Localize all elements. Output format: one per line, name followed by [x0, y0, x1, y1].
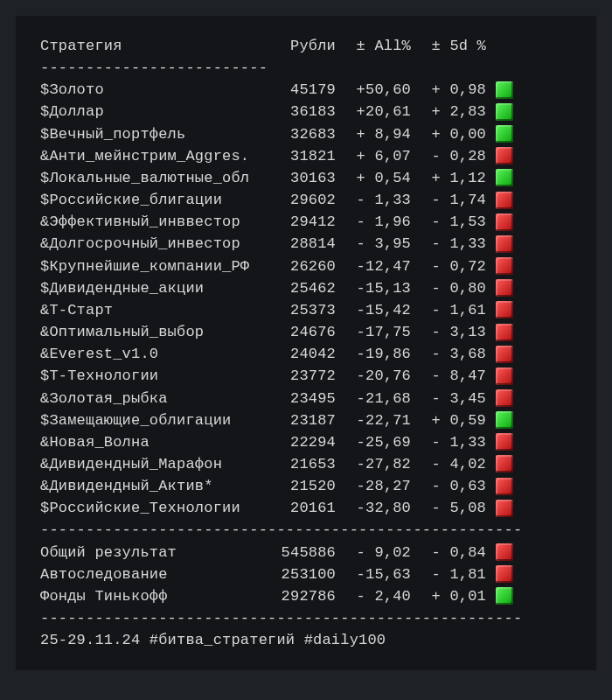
table-row: $Российские_Технологии20161 -32,80 - 5,0…	[40, 497, 584, 519]
cell-5d-pct: + 0,01	[411, 585, 486, 607]
cell-strategy: &Новая_Волна	[40, 431, 268, 453]
status-down-icon	[496, 301, 513, 318]
divider: ----------------------------------------…	[40, 519, 547, 541]
table-row: &Эффективный_инввестор29412 - 1,96 - 1,5…	[40, 211, 584, 233]
cell-strategy: $Т-Технологии	[40, 365, 268, 387]
cell-5d-pct: + 0,59	[411, 410, 486, 431]
table-row: &Everest_v1.024042 -19,86 - 3,68	[40, 343, 584, 365]
cell-strategy: &Эффективный_инввестор	[40, 211, 268, 233]
strategy-table-panel: Стратегия Рубли ± All% ± 5d % ----------…	[16, 16, 596, 670]
cell-rub: 20161	[268, 497, 336, 519]
divider: -------------------------	[40, 57, 547, 79]
cell-strategy: Общий результат	[40, 542, 268, 564]
cell-strategy: &Дивидендный_Марафон	[40, 453, 268, 475]
table-summary: Общий результат545886 - 9,02 - 0,84Автос…	[40, 542, 584, 607]
cell-strategy: $Золото	[40, 79, 268, 101]
cell-all-pct: -25,69	[336, 431, 411, 453]
cell-5d-pct: - 1,74	[411, 189, 486, 211]
table-row: $Т-Технологии23772 -20,76 - 8,47	[40, 365, 584, 387]
table-row: &Дивидендный_Актив*21520 -28,27 - 0,63	[40, 475, 584, 497]
cell-5d-pct: - 3,68	[411, 343, 486, 365]
cell-all-pct: -15,42	[336, 299, 411, 321]
status-down-icon	[496, 324, 513, 341]
cell-strategy: $Локальные_валютные_обл	[40, 167, 268, 189]
cell-rub: 21520	[268, 475, 336, 497]
table-row: $Доллар36183 +20,61 + 2,83	[40, 101, 584, 122]
cell-all-pct: - 1,96	[336, 211, 411, 233]
cell-rub: 29412	[268, 211, 336, 233]
cell-rub: 21653	[268, 453, 336, 475]
cell-all-pct: -22,71	[336, 410, 411, 431]
status-down-icon	[496, 565, 513, 583]
cell-strategy: $Дивидендные_акции	[40, 277, 268, 299]
cell-strategy: $Российские_блигации	[40, 189, 268, 211]
cell-strategy: Автоследование	[40, 564, 268, 585]
table-row: Общий результат545886 - 9,02 - 0,84	[40, 542, 584, 564]
cell-5d-pct: - 3,45	[411, 388, 486, 410]
cell-5d-pct: - 3,13	[411, 321, 486, 343]
cell-rub: 25373	[268, 299, 336, 321]
cell-5d-pct: - 0,28	[411, 145, 486, 167]
cell-strategy: &Дивидендный_Актив*	[40, 475, 268, 497]
footer-line: 25-29.11.24 #битва_стратегий #daily100	[40, 629, 584, 651]
cell-strategy: &Оптимальный_выбор	[40, 321, 268, 343]
status-up-icon	[496, 103, 513, 121]
status-down-icon	[496, 192, 513, 209]
status-up-icon	[496, 125, 513, 143]
cell-rub: 26260	[268, 256, 336, 277]
col-all: ± All%	[336, 35, 411, 57]
status-down-icon	[496, 235, 513, 253]
cell-strategy: &Долгосрочный_инвестор	[40, 233, 268, 255]
cell-all-pct: -27,82	[336, 453, 411, 475]
cell-5d-pct: - 0,80	[411, 277, 486, 299]
cell-strategy: $Доллар	[40, 101, 268, 122]
col-rub: Рубли	[268, 35, 336, 57]
status-down-icon	[496, 478, 513, 495]
table-row: &Долгосрочный_инвестор28814 - 3,95 - 1,3…	[40, 233, 584, 255]
cell-5d-pct: - 0,72	[411, 256, 486, 277]
cell-all-pct: -21,68	[336, 388, 411, 410]
cell-all-pct: -28,27	[336, 475, 411, 497]
cell-rub: 30163	[268, 167, 336, 189]
cell-all-pct: -20,76	[336, 365, 411, 387]
cell-5d-pct: + 1,12	[411, 167, 486, 189]
table-row: &Новая_Волна22294 -25,69 - 1,33	[40, 431, 584, 453]
cell-strategy: &Золотая_рыбка	[40, 388, 268, 410]
cell-5d-pct: - 1,33	[411, 431, 486, 453]
cell-all-pct: +50,60	[336, 79, 411, 101]
table-body: $Золото45179 +50,60 + 0,98$Доллар36183 +…	[40, 79, 584, 519]
cell-strategy: $Вечный_портфель	[40, 123, 268, 145]
table-row: &Т-Старт25373 -15,42 - 1,61	[40, 299, 584, 321]
divider: ----------------------------------------…	[40, 607, 547, 629]
cell-5d-pct: - 0,84	[411, 542, 486, 564]
status-down-icon	[496, 433, 513, 451]
cell-5d-pct: - 0,63	[411, 475, 486, 497]
table-row: $Вечный_портфель32683 + 8,94 + 0,00	[40, 123, 584, 145]
table-row: $Дивидендные_акции25462 -15,13 - 0,80	[40, 277, 584, 299]
footer-text: 25-29.11.24 #битва_стратегий #daily100	[40, 629, 386, 651]
status-down-icon	[496, 389, 513, 407]
cell-all-pct: - 3,95	[336, 233, 411, 255]
status-up-icon	[496, 587, 513, 605]
cell-rub: 23772	[268, 365, 336, 387]
cell-all-pct: + 8,94	[336, 123, 411, 145]
cell-all-pct: + 6,07	[336, 145, 411, 167]
table-row: $Замещающие_облигации23187 -22,71 + 0,59	[40, 410, 584, 431]
cell-5d-pct: - 5,08	[411, 497, 486, 519]
cell-rub: 25462	[268, 277, 336, 299]
cell-rub: 253100	[268, 564, 336, 585]
table-row: &Оптимальный_выбор24676 -17,75 - 3,13	[40, 321, 584, 343]
status-up-icon	[496, 81, 513, 99]
cell-5d-pct: - 8,47	[411, 365, 486, 387]
table-row: &Дивидендный_Марафон21653 -27,82 - 4,02	[40, 453, 584, 475]
cell-5d-pct: - 1,33	[411, 233, 486, 255]
cell-all-pct: - 1,33	[336, 189, 411, 211]
cell-all-pct: -15,13	[336, 277, 411, 299]
cell-all-pct: -17,75	[336, 321, 411, 343]
cell-rub: 23495	[268, 388, 336, 410]
status-up-icon	[496, 411, 513, 429]
col-strategy: Стратегия	[40, 35, 268, 57]
cell-strategy: $Крупнейшие_компании_РФ	[40, 256, 268, 277]
cell-all-pct: + 0,54	[336, 167, 411, 189]
status-down-icon	[496, 257, 513, 275]
